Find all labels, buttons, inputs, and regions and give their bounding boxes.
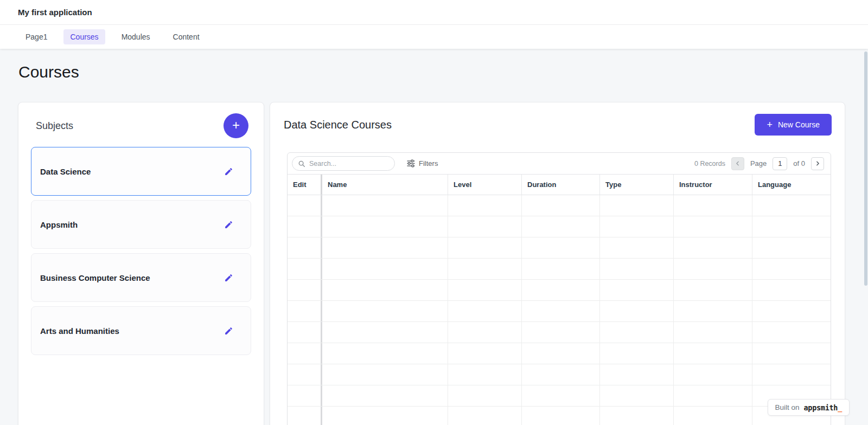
table-cell: [600, 237, 674, 258]
table-cell: [522, 385, 600, 406]
table-cell: [752, 301, 831, 321]
column-header-instructor[interactable]: Instructor: [674, 175, 752, 195]
column-header-level[interactable]: Level: [448, 175, 522, 195]
table-cell: [288, 301, 322, 321]
table-cell: [600, 216, 674, 237]
search-icon: [298, 160, 305, 168]
table-cell: [674, 259, 752, 279]
new-course-button[interactable]: + New Course: [755, 114, 832, 136]
page-total-label: of 0: [793, 159, 805, 168]
column-header-language[interactable]: Language: [752, 175, 831, 195]
table-row: [288, 280, 831, 301]
table-cell: [522, 280, 600, 300]
table-cell: [600, 364, 674, 385]
subject-card[interactable]: Arts and Humanities: [31, 306, 251, 355]
table-cell: [288, 407, 322, 425]
column-header-type[interactable]: Type: [600, 175, 674, 195]
table-cell: [288, 195, 322, 216]
table-row: [288, 407, 831, 425]
table-cell: [600, 343, 674, 364]
table-cell: [288, 259, 322, 279]
table-cell: [674, 364, 752, 385]
table-row: [288, 343, 831, 364]
page-number-input[interactable]: [773, 157, 787, 170]
tab-content[interactable]: Content: [167, 29, 206, 44]
table-cell: [322, 195, 448, 216]
table-cell: [752, 280, 831, 300]
table-header-row: EditNameLevelDurationTypeInstructorLangu…: [288, 175, 831, 195]
table-cell: [522, 343, 600, 364]
table-cell: [600, 407, 674, 425]
table-pagination: 0 Records Page of 0: [694, 157, 824, 170]
table-cell: [448, 385, 522, 406]
subject-card[interactable]: Data Science: [31, 147, 251, 196]
column-header-name[interactable]: Name: [322, 175, 448, 195]
tab-modules[interactable]: Modules: [115, 29, 157, 44]
edit-pencil-icon[interactable]: [224, 273, 233, 282]
table-cell: [322, 364, 448, 385]
table-cell: [448, 407, 522, 425]
vertical-scrollbar-thumb[interactable]: [864, 51, 867, 286]
table-cell: [288, 322, 322, 343]
column-header-edit[interactable]: Edit: [288, 175, 322, 195]
table-cell: [448, 216, 522, 237]
table-cell: [288, 216, 322, 237]
next-page-button[interactable]: [811, 157, 824, 170]
table-cell: [522, 407, 600, 425]
table-cell: [522, 195, 600, 216]
table-cell: [322, 385, 448, 406]
table-cell: [674, 407, 752, 425]
table-cell: [752, 259, 831, 279]
table-search[interactable]: [292, 156, 395, 171]
edit-pencil-icon[interactable]: [224, 220, 233, 229]
subjects-panel-header: Subjects +: [18, 102, 264, 147]
edit-pencil-icon[interactable]: [224, 326, 233, 336]
table-cell: [522, 301, 600, 321]
built-on-appsmith-badge[interactable]: Built on appsmith_: [768, 399, 850, 416]
table-cell: [600, 280, 674, 300]
table-cell: [674, 385, 752, 406]
courses-table: Filters 0 Records Page of 0 EditNameLeve…: [287, 152, 831, 425]
search-input[interactable]: [309, 160, 389, 168]
table-cell: [322, 407, 448, 425]
table-row: [288, 301, 831, 322]
table-cell: [448, 364, 522, 385]
table-cell: [448, 343, 522, 364]
record-count: 0 Records: [694, 160, 725, 168]
column-header-duration[interactable]: Duration: [522, 175, 600, 195]
tab-page1[interactable]: Page1: [19, 29, 54, 44]
tab-bar: Page1CoursesModulesContent: [0, 25, 868, 49]
table-row: [288, 237, 831, 259]
tab-courses[interactable]: Courses: [63, 29, 105, 44]
table-cell: [752, 216, 831, 237]
subject-name: Business Computer Science: [40, 273, 150, 282]
table-cell: [288, 237, 322, 258]
subject-card[interactable]: Appsmith: [31, 200, 251, 249]
table-cell: [752, 195, 831, 216]
filters-button[interactable]: Filters: [407, 159, 438, 168]
built-on-label: Built on: [775, 403, 800, 411]
table-cell: [600, 322, 674, 343]
table-cell: [288, 280, 322, 300]
table-cell: [322, 259, 448, 279]
courses-panel: Data Science Courses + New Course: [270, 102, 845, 425]
edit-pencil-icon[interactable]: [224, 167, 233, 176]
cursor-underscore: _: [838, 403, 842, 412]
add-subject-button[interactable]: +: [224, 113, 248, 138]
table-cell: [322, 237, 448, 258]
table-cell: [674, 301, 752, 321]
prev-page-button[interactable]: [731, 157, 744, 170]
plus-icon: +: [767, 120, 773, 130]
subject-name: Appsmith: [40, 220, 78, 229]
table-cell: [752, 322, 831, 343]
table-cell: [674, 280, 752, 300]
subject-name: Arts and Humanities: [40, 326, 119, 336]
table-cell: [322, 216, 448, 237]
subject-card[interactable]: Business Computer Science: [31, 253, 251, 302]
table-cell: [448, 237, 522, 258]
table-cell: [752, 343, 831, 364]
chevron-left-icon: [734, 160, 741, 167]
table-cell: [288, 385, 322, 406]
table-cell: [448, 195, 522, 216]
page-label: Page: [750, 159, 767, 168]
